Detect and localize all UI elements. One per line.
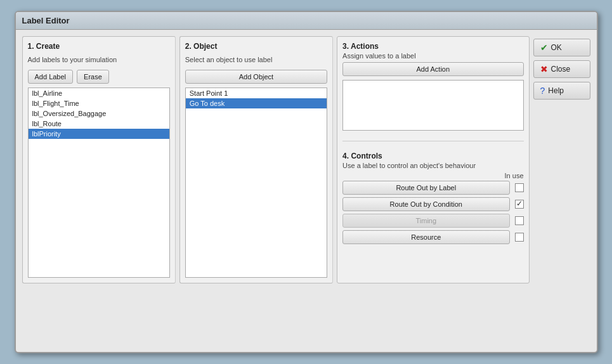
list-item-selected[interactable]: lblPriority [29, 129, 169, 139]
add-action-button[interactable]: Add Action [342, 62, 523, 76]
resource-row: Resource [342, 230, 523, 244]
timing-button: Timing [342, 214, 509, 228]
route-by-condition-checkbox[interactable] [515, 200, 524, 209]
timing-checkbox[interactable] [515, 216, 524, 225]
route-by-label-row: Route Out by Label [342, 181, 523, 195]
route-by-condition-button[interactable]: Route Out by Condition [342, 197, 509, 211]
ok-label: OK [551, 43, 562, 52]
list-item[interactable]: lbl_Route [29, 119, 169, 129]
close-label: Close [551, 65, 571, 74]
resource-checkbox[interactable] [515, 233, 524, 242]
list-item[interactable]: lbl_Oversized_Baggage [29, 108, 169, 119]
route-by-condition-row: Route Out by Condition [342, 197, 523, 211]
erase-button[interactable]: Erase [77, 70, 109, 84]
section4-title: 4. Controls [342, 152, 523, 160]
dialog-title: Label Editor [22, 16, 70, 25]
subsection-controls: 4. Controls Use a label to control an ob… [342, 152, 523, 247]
section-create: 1. Create Add labels to your simulation … [22, 36, 176, 283]
route-by-label-checkbox[interactable] [515, 183, 524, 192]
route-by-label-button[interactable]: Route Out by Label [342, 181, 509, 195]
close-button[interactable]: ✖ Close [533, 60, 590, 78]
section4-subtitle: Use a label to control an object's behav… [342, 162, 523, 169]
section1-title: 1. Create [28, 42, 170, 51]
list-item[interactable]: lbl_Airline [29, 88, 169, 98]
section2-subtitle: Select an object to use label [185, 56, 327, 63]
dialog-buttons: ✔ OK ✖ Close ? Help [533, 36, 590, 283]
list-item[interactable]: lbl_Flight_Time [29, 98, 169, 108]
section3-title: 3. Actions [342, 42, 523, 51]
section-divider [342, 141, 523, 141]
add-object-button[interactable]: Add Object [185, 70, 327, 84]
subsection-actions: 3. Actions Assign values to a label Add … [342, 42, 523, 131]
section2-title: 2. Object [185, 42, 327, 51]
section-object: 2. Object Select an object to use label … [179, 36, 333, 283]
help-label: Help [548, 86, 564, 95]
question-icon: ? [540, 86, 545, 96]
ok-button[interactable]: ✔ OK [533, 39, 590, 56]
section-actions-controls: 3. Actions Assign values to a label Add … [337, 36, 529, 283]
section3-subtitle: Assign values to a label [342, 52, 523, 60]
add-label-button[interactable]: Add Label [28, 70, 74, 84]
check-icon: ✔ [540, 42, 548, 53]
label-editor-dialog: Label Editor 1. Create Add labels to you… [15, 11, 598, 353]
in-use-label: In use [505, 172, 524, 179]
list-item-selected[interactable]: Go To desk [186, 98, 327, 108]
label-list[interactable]: lbl_Airline lbl_Flight_Time lbl_Oversize… [28, 88, 170, 278]
timing-row: Timing [342, 214, 523, 228]
dialog-title-bar: Label Editor [16, 12, 597, 30]
section1-buttons: Add Label Erase [28, 70, 170, 84]
resource-button[interactable]: Resource [342, 230, 509, 244]
object-list[interactable]: Start Point 1 Go To desk [185, 88, 327, 278]
list-item[interactable]: Start Point 1 [186, 88, 327, 98]
x-icon: ✖ [540, 64, 548, 74]
section1-subtitle: Add labels to your simulation [28, 56, 170, 63]
actions-text-area [342, 80, 523, 131]
help-button[interactable]: ? Help [533, 82, 590, 100]
